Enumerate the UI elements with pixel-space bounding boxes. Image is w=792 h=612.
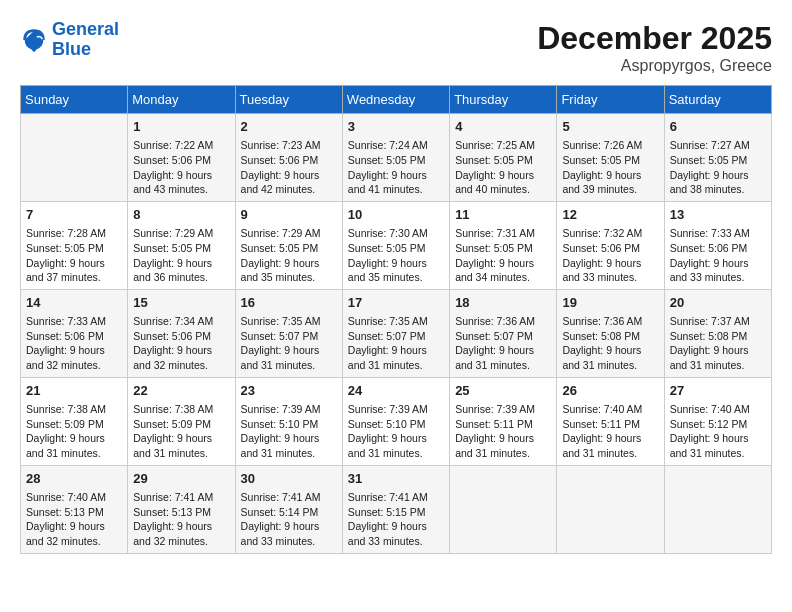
- weekday-header: Wednesday: [342, 86, 449, 114]
- day-number: 3: [348, 118, 444, 136]
- day-number: 30: [241, 470, 337, 488]
- day-info: Sunrise: 7:24 AM Sunset: 5:05 PM Dayligh…: [348, 138, 444, 197]
- calendar-cell: 25Sunrise: 7:39 AM Sunset: 5:11 PM Dayli…: [450, 377, 557, 465]
- calendar-cell: 17Sunrise: 7:35 AM Sunset: 5:07 PM Dayli…: [342, 289, 449, 377]
- calendar-cell: 9Sunrise: 7:29 AM Sunset: 5:05 PM Daylig…: [235, 201, 342, 289]
- day-number: 11: [455, 206, 551, 224]
- calendar-cell: 8Sunrise: 7:29 AM Sunset: 5:05 PM Daylig…: [128, 201, 235, 289]
- day-info: Sunrise: 7:27 AM Sunset: 5:05 PM Dayligh…: [670, 138, 766, 197]
- day-info: Sunrise: 7:29 AM Sunset: 5:05 PM Dayligh…: [133, 226, 229, 285]
- page-header: General Blue December 2025 Aspropyrgos, …: [20, 20, 772, 75]
- calendar-cell: 1Sunrise: 7:22 AM Sunset: 5:06 PM Daylig…: [128, 114, 235, 202]
- day-info: Sunrise: 7:39 AM Sunset: 5:10 PM Dayligh…: [241, 402, 337, 461]
- calendar-cell: 18Sunrise: 7:36 AM Sunset: 5:07 PM Dayli…: [450, 289, 557, 377]
- day-number: 13: [670, 206, 766, 224]
- day-info: Sunrise: 7:28 AM Sunset: 5:05 PM Dayligh…: [26, 226, 122, 285]
- day-info: Sunrise: 7:38 AM Sunset: 5:09 PM Dayligh…: [133, 402, 229, 461]
- calendar-week-row: 1Sunrise: 7:22 AM Sunset: 5:06 PM Daylig…: [21, 114, 772, 202]
- calendar-cell: 14Sunrise: 7:33 AM Sunset: 5:06 PM Dayli…: [21, 289, 128, 377]
- calendar-cell: 15Sunrise: 7:34 AM Sunset: 5:06 PM Dayli…: [128, 289, 235, 377]
- day-info: Sunrise: 7:33 AM Sunset: 5:06 PM Dayligh…: [670, 226, 766, 285]
- calendar-cell: 6Sunrise: 7:27 AM Sunset: 5:05 PM Daylig…: [664, 114, 771, 202]
- day-info: Sunrise: 7:40 AM Sunset: 5:11 PM Dayligh…: [562, 402, 658, 461]
- day-number: 7: [26, 206, 122, 224]
- day-info: Sunrise: 7:31 AM Sunset: 5:05 PM Dayligh…: [455, 226, 551, 285]
- location: Aspropyrgos, Greece: [537, 57, 772, 75]
- day-info: Sunrise: 7:36 AM Sunset: 5:07 PM Dayligh…: [455, 314, 551, 373]
- day-info: Sunrise: 7:29 AM Sunset: 5:05 PM Dayligh…: [241, 226, 337, 285]
- calendar-cell: 28Sunrise: 7:40 AM Sunset: 5:13 PM Dayli…: [21, 465, 128, 553]
- calendar-cell: 30Sunrise: 7:41 AM Sunset: 5:14 PM Dayli…: [235, 465, 342, 553]
- day-info: Sunrise: 7:40 AM Sunset: 5:12 PM Dayligh…: [670, 402, 766, 461]
- day-number: 14: [26, 294, 122, 312]
- day-number: 1: [133, 118, 229, 136]
- day-number: 17: [348, 294, 444, 312]
- calendar-cell: 22Sunrise: 7:38 AM Sunset: 5:09 PM Dayli…: [128, 377, 235, 465]
- day-number: 20: [670, 294, 766, 312]
- logo: General Blue: [20, 20, 119, 60]
- day-number: 28: [26, 470, 122, 488]
- day-number: 26: [562, 382, 658, 400]
- calendar-table: SundayMondayTuesdayWednesdayThursdayFrid…: [20, 85, 772, 554]
- day-info: Sunrise: 7:41 AM Sunset: 5:14 PM Dayligh…: [241, 490, 337, 549]
- weekday-header: Saturday: [664, 86, 771, 114]
- calendar-cell: 19Sunrise: 7:36 AM Sunset: 5:08 PM Dayli…: [557, 289, 664, 377]
- calendar-week-row: 28Sunrise: 7:40 AM Sunset: 5:13 PM Dayli…: [21, 465, 772, 553]
- day-info: Sunrise: 7:35 AM Sunset: 5:07 PM Dayligh…: [348, 314, 444, 373]
- calendar-week-row: 21Sunrise: 7:38 AM Sunset: 5:09 PM Dayli…: [21, 377, 772, 465]
- calendar-cell: 16Sunrise: 7:35 AM Sunset: 5:07 PM Dayli…: [235, 289, 342, 377]
- weekday-header: Friday: [557, 86, 664, 114]
- day-info: Sunrise: 7:39 AM Sunset: 5:11 PM Dayligh…: [455, 402, 551, 461]
- title-section: December 2025 Aspropyrgos, Greece: [537, 20, 772, 75]
- calendar-cell: 7Sunrise: 7:28 AM Sunset: 5:05 PM Daylig…: [21, 201, 128, 289]
- day-info: Sunrise: 7:33 AM Sunset: 5:06 PM Dayligh…: [26, 314, 122, 373]
- day-number: 15: [133, 294, 229, 312]
- day-info: Sunrise: 7:37 AM Sunset: 5:08 PM Dayligh…: [670, 314, 766, 373]
- day-number: 23: [241, 382, 337, 400]
- calendar-cell: 29Sunrise: 7:41 AM Sunset: 5:13 PM Dayli…: [128, 465, 235, 553]
- calendar-cell: 3Sunrise: 7:24 AM Sunset: 5:05 PM Daylig…: [342, 114, 449, 202]
- calendar-cell: 5Sunrise: 7:26 AM Sunset: 5:05 PM Daylig…: [557, 114, 664, 202]
- day-number: 9: [241, 206, 337, 224]
- day-number: 19: [562, 294, 658, 312]
- month-title: December 2025: [537, 20, 772, 57]
- day-number: 31: [348, 470, 444, 488]
- day-info: Sunrise: 7:36 AM Sunset: 5:08 PM Dayligh…: [562, 314, 658, 373]
- calendar-cell: 20Sunrise: 7:37 AM Sunset: 5:08 PM Dayli…: [664, 289, 771, 377]
- calendar-cell: 21Sunrise: 7:38 AM Sunset: 5:09 PM Dayli…: [21, 377, 128, 465]
- day-info: Sunrise: 7:32 AM Sunset: 5:06 PM Dayligh…: [562, 226, 658, 285]
- day-number: 5: [562, 118, 658, 136]
- weekday-header: Sunday: [21, 86, 128, 114]
- day-number: 18: [455, 294, 551, 312]
- calendar-cell: 10Sunrise: 7:30 AM Sunset: 5:05 PM Dayli…: [342, 201, 449, 289]
- logo-icon: [20, 26, 48, 54]
- day-number: 2: [241, 118, 337, 136]
- day-number: 8: [133, 206, 229, 224]
- calendar-week-row: 14Sunrise: 7:33 AM Sunset: 5:06 PM Dayli…: [21, 289, 772, 377]
- day-info: Sunrise: 7:22 AM Sunset: 5:06 PM Dayligh…: [133, 138, 229, 197]
- calendar-week-row: 7Sunrise: 7:28 AM Sunset: 5:05 PM Daylig…: [21, 201, 772, 289]
- day-number: 6: [670, 118, 766, 136]
- day-info: Sunrise: 7:40 AM Sunset: 5:13 PM Dayligh…: [26, 490, 122, 549]
- day-info: Sunrise: 7:34 AM Sunset: 5:06 PM Dayligh…: [133, 314, 229, 373]
- day-info: Sunrise: 7:30 AM Sunset: 5:05 PM Dayligh…: [348, 226, 444, 285]
- day-number: 27: [670, 382, 766, 400]
- calendar-cell: [557, 465, 664, 553]
- day-number: 21: [26, 382, 122, 400]
- calendar-cell: 2Sunrise: 7:23 AM Sunset: 5:06 PM Daylig…: [235, 114, 342, 202]
- day-info: Sunrise: 7:35 AM Sunset: 5:07 PM Dayligh…: [241, 314, 337, 373]
- weekday-header-row: SundayMondayTuesdayWednesdayThursdayFrid…: [21, 86, 772, 114]
- calendar-cell: [21, 114, 128, 202]
- day-number: 12: [562, 206, 658, 224]
- day-info: Sunrise: 7:39 AM Sunset: 5:10 PM Dayligh…: [348, 402, 444, 461]
- calendar-cell: 24Sunrise: 7:39 AM Sunset: 5:10 PM Dayli…: [342, 377, 449, 465]
- calendar-cell: 11Sunrise: 7:31 AM Sunset: 5:05 PM Dayli…: [450, 201, 557, 289]
- logo-text: General Blue: [52, 20, 119, 60]
- calendar-cell: 23Sunrise: 7:39 AM Sunset: 5:10 PM Dayli…: [235, 377, 342, 465]
- day-number: 25: [455, 382, 551, 400]
- day-number: 4: [455, 118, 551, 136]
- day-info: Sunrise: 7:25 AM Sunset: 5:05 PM Dayligh…: [455, 138, 551, 197]
- day-number: 16: [241, 294, 337, 312]
- day-number: 24: [348, 382, 444, 400]
- day-info: Sunrise: 7:41 AM Sunset: 5:15 PM Dayligh…: [348, 490, 444, 549]
